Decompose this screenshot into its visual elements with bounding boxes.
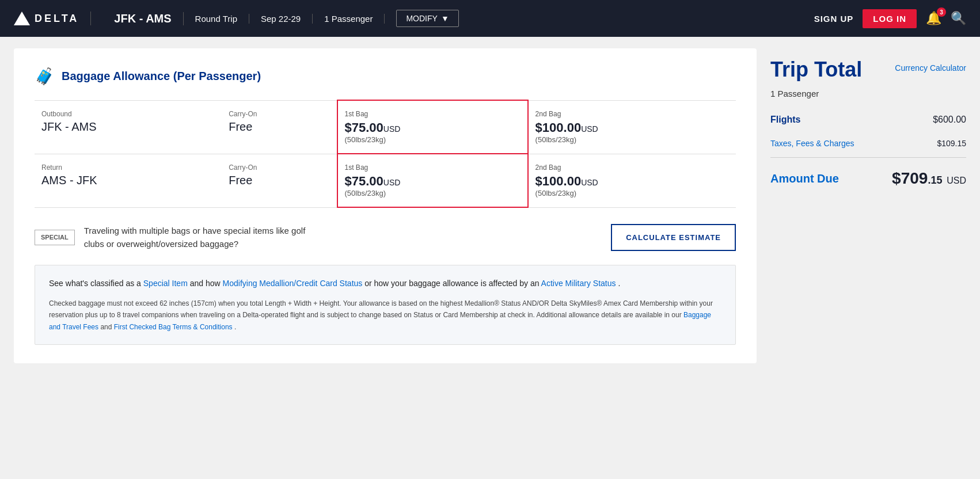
modify-label: MODIFY [406,14,437,23]
return-bag2-label: 2nd Bag [535,164,729,172]
search-icon[interactable]: 🔍 [951,11,966,26]
outbound-bag1-price: $75.00USD [345,120,521,135]
baggage-icon: 🧳 [35,67,55,86]
header-dates: Sep 22-29 [249,14,313,24]
site-header: DELTA JFK - AMS Round Trip Sep 22-29 1 P… [0,0,980,37]
return-carryon-value: Free [229,174,329,187]
flights-value: $600.00 [933,115,966,125]
currency-calculator-link[interactable]: Currency Calculator [895,63,966,73]
delta-logo-text: DELTA [35,13,79,25]
modify-chevron-icon: ▼ [441,14,449,23]
special-text: Traveling with multiple bags or have spe… [84,225,314,250]
header-trip-type: Round Trip [184,14,249,24]
baggage-title: Baggage Allowance (Per Passenger) [62,70,261,83]
info-sub-text: Checked baggage must not exceed 62 inche… [49,298,721,333]
military-link[interactable]: Active Military Status [541,279,616,288]
baggage-table: Outbound JFK - AMS Carry-On Free 1st Bag… [35,100,736,208]
outbound-bag1-cell: 1st Bag $75.00USD (50lbs/23kg) [337,100,528,154]
outbound-carryon-value: Free [229,120,329,134]
special-left: SPECIAL Traveling with multiple bags or … [35,225,314,250]
outbound-bag2-price: $100.00USD [535,120,729,135]
flights-row: Flights $600.00 [770,108,966,132]
return-carryon-cell: Carry-On Free [222,154,337,207]
calculate-estimate-button[interactable]: CALCULATE ESTIMATE [611,224,736,251]
return-route-cell: Return AMS - JFK [35,154,222,207]
outbound-bag2-label: 2nd Bag [535,110,729,118]
trip-total-panel: Trip Total Currency Calculator 1 Passeng… [770,48,966,363]
return-label: Return [41,164,215,172]
flights-label: Flights [770,115,800,125]
taxes-label[interactable]: Taxes, Fees & Charges [770,139,854,148]
outbound-bag1-weight: (50lbs/23kg) [345,135,521,144]
return-bag1-cell: 1st Bag $75.00USD (50lbs/23kg) [337,154,528,207]
return-row: Return AMS - JFK Carry-On Free 1st Bag $… [35,154,736,207]
login-button[interactable]: LOG IN [863,9,917,28]
notification-badge: 3 [937,7,946,17]
first-bag-terms-link[interactable]: First Checked Bag Terms & Conditions [114,323,233,331]
outbound-row: Outbound JFK - AMS Carry-On Free 1st Bag… [35,100,736,154]
header-route: JFK - AMS [102,12,183,25]
amount-due-row: Amount Due $709.15 USD [770,160,966,197]
amount-divider [770,157,966,158]
return-carryon-label: Carry-On [229,164,329,172]
signup-button[interactable]: SIGN UP [814,14,854,24]
outbound-label: Outbound [41,110,215,118]
info-main-text: See what's classified as a Special Item … [49,277,721,291]
baggage-panel: 🧳 Baggage Allowance (Per Passenger) Outb… [14,48,757,363]
outbound-carryon-cell: Carry-On Free [222,100,337,154]
delta-triangle-icon [14,12,30,25]
notifications-bell[interactable]: 🔔 3 [926,11,941,26]
amount-due-label: Amount Due [770,172,839,185]
return-bag2-price: $100.00USD [535,174,729,189]
outbound-bag1-label: 1st Bag [345,110,521,118]
trip-total-title: Trip Total [770,58,862,82]
info-box: See what's classified as a Special Item … [35,265,736,345]
outbound-bag2-cell: 2nd Bag $100.00USD (50lbs/23kg) [528,100,736,154]
taxes-value: $109.15 [937,139,966,148]
return-bag1-label: 1st Bag [345,164,521,172]
outbound-bag2-weight: (50lbs/23kg) [535,135,729,144]
delta-logo: DELTA [14,12,91,25]
modify-button[interactable]: MODIFY ▼ [396,10,458,27]
header-passengers: 1 Passenger [313,14,385,24]
special-section: SPECIAL Traveling with multiple bags or … [35,208,736,260]
taxes-row: Taxes, Fees & Charges $109.15 [770,132,966,155]
return-bag2-weight: (50lbs/23kg) [535,189,729,197]
return-bag1-weight: (50lbs/23kg) [345,189,521,197]
special-icon: SPECIAL [35,230,75,245]
trip-passengers: 1 Passenger [770,89,966,98]
return-bag2-cell: 2nd Bag $100.00USD (50lbs/23kg) [528,154,736,207]
return-route-value: AMS - JFK [41,174,215,187]
amount-due-value: $709.15 USD [892,169,966,188]
main-content: 🧳 Baggage Allowance (Per Passenger) Outb… [0,37,980,375]
baggage-header: 🧳 Baggage Allowance (Per Passenger) [35,67,736,86]
outbound-route-value: JFK - AMS [41,120,215,134]
outbound-route-cell: Outbound JFK - AMS [35,100,222,154]
medallion-link[interactable]: Modifying Medallion/Credit Card Status [223,279,363,288]
outbound-carryon-label: Carry-On [229,110,329,118]
return-bag1-price: $75.00USD [345,174,521,189]
special-item-link[interactable]: Special Item [143,279,188,288]
